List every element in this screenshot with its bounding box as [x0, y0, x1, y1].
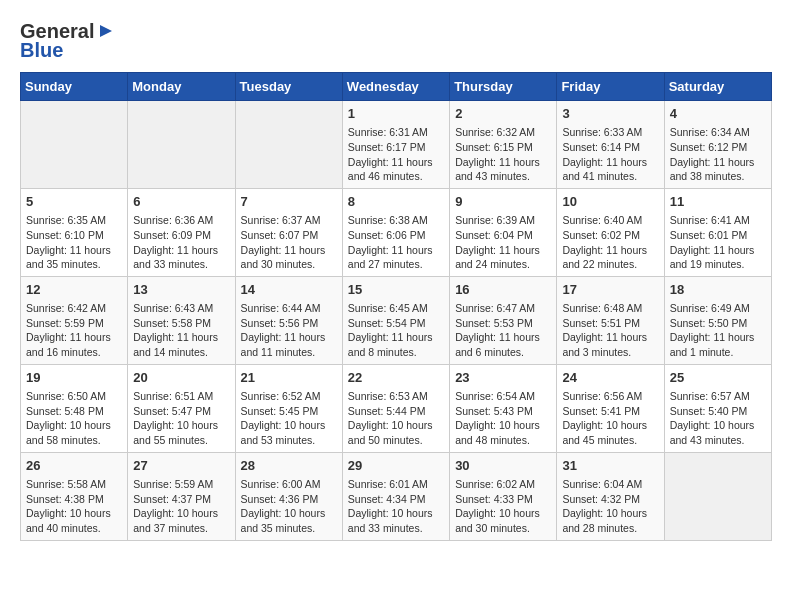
day-info: Sunrise: 6:51 AM Sunset: 5:47 PM Dayligh… — [133, 389, 229, 448]
day-info: Sunrise: 6:38 AM Sunset: 6:06 PM Dayligh… — [348, 213, 444, 272]
day-number: 28 — [241, 457, 337, 475]
day-number: 11 — [670, 193, 766, 211]
calendar-table: SundayMondayTuesdayWednesdayThursdayFrid… — [20, 72, 772, 541]
day-number: 20 — [133, 369, 229, 387]
day-info: Sunrise: 6:39 AM Sunset: 6:04 PM Dayligh… — [455, 213, 551, 272]
day-number: 12 — [26, 281, 122, 299]
day-info: Sunrise: 6:33 AM Sunset: 6:14 PM Dayligh… — [562, 125, 658, 184]
logo-blue-text: Blue — [20, 39, 63, 62]
day-number: 19 — [26, 369, 122, 387]
calendar-cell: 8Sunrise: 6:38 AM Sunset: 6:06 PM Daylig… — [342, 188, 449, 276]
day-info: Sunrise: 6:01 AM Sunset: 4:34 PM Dayligh… — [348, 477, 444, 536]
day-number: 30 — [455, 457, 551, 475]
calendar-cell: 20Sunrise: 6:51 AM Sunset: 5:47 PM Dayli… — [128, 364, 235, 452]
day-info: Sunrise: 6:42 AM Sunset: 5:59 PM Dayligh… — [26, 301, 122, 360]
calendar-cell: 28Sunrise: 6:00 AM Sunset: 4:36 PM Dayli… — [235, 452, 342, 540]
calendar-cell: 11Sunrise: 6:41 AM Sunset: 6:01 PM Dayli… — [664, 188, 771, 276]
weekday-header-friday: Friday — [557, 73, 664, 101]
day-number: 2 — [455, 105, 551, 123]
calendar-cell: 3Sunrise: 6:33 AM Sunset: 6:14 PM Daylig… — [557, 101, 664, 189]
calendar-cell: 27Sunrise: 5:59 AM Sunset: 4:37 PM Dayli… — [128, 452, 235, 540]
day-info: Sunrise: 6:44 AM Sunset: 5:56 PM Dayligh… — [241, 301, 337, 360]
calendar-cell — [21, 101, 128, 189]
weekday-header-tuesday: Tuesday — [235, 73, 342, 101]
day-info: Sunrise: 6:48 AM Sunset: 5:51 PM Dayligh… — [562, 301, 658, 360]
day-number: 25 — [670, 369, 766, 387]
day-number: 26 — [26, 457, 122, 475]
calendar-cell: 24Sunrise: 6:56 AM Sunset: 5:41 PM Dayli… — [557, 364, 664, 452]
day-info: Sunrise: 6:50 AM Sunset: 5:48 PM Dayligh… — [26, 389, 122, 448]
day-number: 8 — [348, 193, 444, 211]
day-number: 15 — [348, 281, 444, 299]
calendar-week-3: 12Sunrise: 6:42 AM Sunset: 5:59 PM Dayli… — [21, 276, 772, 364]
svg-marker-0 — [100, 25, 112, 37]
calendar-cell: 31Sunrise: 6:04 AM Sunset: 4:32 PM Dayli… — [557, 452, 664, 540]
day-info: Sunrise: 6:36 AM Sunset: 6:09 PM Dayligh… — [133, 213, 229, 272]
weekday-header-monday: Monday — [128, 73, 235, 101]
calendar-cell: 19Sunrise: 6:50 AM Sunset: 5:48 PM Dayli… — [21, 364, 128, 452]
day-info: Sunrise: 6:53 AM Sunset: 5:44 PM Dayligh… — [348, 389, 444, 448]
day-number: 18 — [670, 281, 766, 299]
day-info: Sunrise: 6:00 AM Sunset: 4:36 PM Dayligh… — [241, 477, 337, 536]
day-number: 27 — [133, 457, 229, 475]
day-info: Sunrise: 6:49 AM Sunset: 5:50 PM Dayligh… — [670, 301, 766, 360]
day-number: 3 — [562, 105, 658, 123]
day-number: 7 — [241, 193, 337, 211]
calendar-cell: 16Sunrise: 6:47 AM Sunset: 5:53 PM Dayli… — [450, 276, 557, 364]
calendar-cell: 6Sunrise: 6:36 AM Sunset: 6:09 PM Daylig… — [128, 188, 235, 276]
day-info: Sunrise: 6:35 AM Sunset: 6:10 PM Dayligh… — [26, 213, 122, 272]
day-info: Sunrise: 6:37 AM Sunset: 6:07 PM Dayligh… — [241, 213, 337, 272]
header: General Blue — [20, 20, 772, 62]
calendar-cell: 1Sunrise: 6:31 AM Sunset: 6:17 PM Daylig… — [342, 101, 449, 189]
day-info: Sunrise: 6:57 AM Sunset: 5:40 PM Dayligh… — [670, 389, 766, 448]
logo-flag-icon — [96, 23, 114, 41]
day-info: Sunrise: 5:58 AM Sunset: 4:38 PM Dayligh… — [26, 477, 122, 536]
calendar-cell: 5Sunrise: 6:35 AM Sunset: 6:10 PM Daylig… — [21, 188, 128, 276]
logo: General Blue — [20, 20, 114, 62]
weekday-header-sunday: Sunday — [21, 73, 128, 101]
day-info: Sunrise: 6:34 AM Sunset: 6:12 PM Dayligh… — [670, 125, 766, 184]
calendar-cell: 17Sunrise: 6:48 AM Sunset: 5:51 PM Dayli… — [557, 276, 664, 364]
calendar-cell: 12Sunrise: 6:42 AM Sunset: 5:59 PM Dayli… — [21, 276, 128, 364]
day-number: 1 — [348, 105, 444, 123]
day-info: Sunrise: 6:32 AM Sunset: 6:15 PM Dayligh… — [455, 125, 551, 184]
day-info: Sunrise: 6:40 AM Sunset: 6:02 PM Dayligh… — [562, 213, 658, 272]
day-info: Sunrise: 6:31 AM Sunset: 6:17 PM Dayligh… — [348, 125, 444, 184]
day-number: 4 — [670, 105, 766, 123]
calendar-cell: 30Sunrise: 6:02 AM Sunset: 4:33 PM Dayli… — [450, 452, 557, 540]
day-number: 17 — [562, 281, 658, 299]
day-number: 13 — [133, 281, 229, 299]
calendar-week-2: 5Sunrise: 6:35 AM Sunset: 6:10 PM Daylig… — [21, 188, 772, 276]
calendar-cell: 23Sunrise: 6:54 AM Sunset: 5:43 PM Dayli… — [450, 364, 557, 452]
calendar-cell: 14Sunrise: 6:44 AM Sunset: 5:56 PM Dayli… — [235, 276, 342, 364]
calendar-week-4: 19Sunrise: 6:50 AM Sunset: 5:48 PM Dayli… — [21, 364, 772, 452]
day-number: 24 — [562, 369, 658, 387]
day-info: Sunrise: 6:54 AM Sunset: 5:43 PM Dayligh… — [455, 389, 551, 448]
calendar-body: 1Sunrise: 6:31 AM Sunset: 6:17 PM Daylig… — [21, 101, 772, 541]
calendar-cell: 26Sunrise: 5:58 AM Sunset: 4:38 PM Dayli… — [21, 452, 128, 540]
calendar-cell: 7Sunrise: 6:37 AM Sunset: 6:07 PM Daylig… — [235, 188, 342, 276]
calendar-cell — [235, 101, 342, 189]
day-number: 16 — [455, 281, 551, 299]
day-info: Sunrise: 6:56 AM Sunset: 5:41 PM Dayligh… — [562, 389, 658, 448]
day-number: 6 — [133, 193, 229, 211]
calendar-cell: 21Sunrise: 6:52 AM Sunset: 5:45 PM Dayli… — [235, 364, 342, 452]
day-number: 29 — [348, 457, 444, 475]
calendar-cell: 9Sunrise: 6:39 AM Sunset: 6:04 PM Daylig… — [450, 188, 557, 276]
day-number: 9 — [455, 193, 551, 211]
day-info: Sunrise: 6:52 AM Sunset: 5:45 PM Dayligh… — [241, 389, 337, 448]
weekday-header-row: SundayMondayTuesdayWednesdayThursdayFrid… — [21, 73, 772, 101]
weekday-header-thursday: Thursday — [450, 73, 557, 101]
calendar-cell: 29Sunrise: 6:01 AM Sunset: 4:34 PM Dayli… — [342, 452, 449, 540]
calendar-cell: 4Sunrise: 6:34 AM Sunset: 6:12 PM Daylig… — [664, 101, 771, 189]
calendar-week-1: 1Sunrise: 6:31 AM Sunset: 6:17 PM Daylig… — [21, 101, 772, 189]
calendar-cell: 15Sunrise: 6:45 AM Sunset: 5:54 PM Dayli… — [342, 276, 449, 364]
day-number: 23 — [455, 369, 551, 387]
calendar-cell — [128, 101, 235, 189]
day-number: 5 — [26, 193, 122, 211]
weekday-header-wednesday: Wednesday — [342, 73, 449, 101]
day-info: Sunrise: 6:47 AM Sunset: 5:53 PM Dayligh… — [455, 301, 551, 360]
calendar-cell: 22Sunrise: 6:53 AM Sunset: 5:44 PM Dayli… — [342, 364, 449, 452]
day-number: 31 — [562, 457, 658, 475]
weekday-header-saturday: Saturday — [664, 73, 771, 101]
